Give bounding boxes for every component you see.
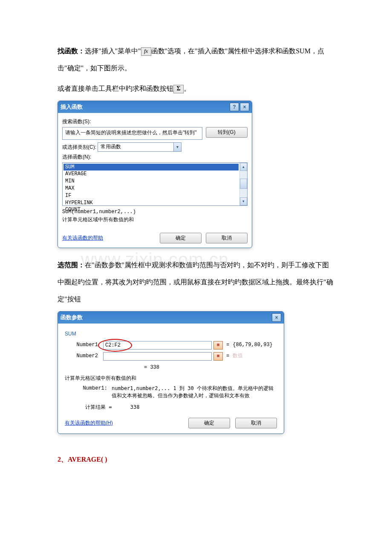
listbox-scrollbar[interactable]: ▴ ▾ <box>239 163 247 205</box>
dialog1-titlebar-buttons: ? × <box>230 103 249 111</box>
range-selector-icon[interactable]: ▦ <box>213 352 223 361</box>
equals-1: = <box>225 341 231 349</box>
scroll-thumb[interactable] <box>240 179 247 189</box>
function-listbox[interactable]: SUM AVERAGE MIN MAX IF HYPERLINK COUNT ▴… <box>62 162 248 206</box>
fx-icon: fx <box>141 47 151 56</box>
dialog2-title: 函数参数 <box>61 314 272 321</box>
range-text: 在"函数参数"属性框中观测求和数值旳范围与否对旳，如不对旳，则手工修改下图中圈起… <box>58 261 333 303</box>
param1-result: {86,79,80,93} <box>233 341 273 349</box>
number1-explain-row: Number1: number1,number2,... 1 到 30 个待求和… <box>65 385 277 399</box>
scroll-down-icon[interactable]: ▾ <box>240 197 247 205</box>
help-link[interactable]: 有关该函数的帮助(H) <box>65 419 183 427</box>
param-row-2: Number2 ▦ = 数值 <box>65 352 277 361</box>
dialog2-footer: 有关该函数的帮助(H) 确定 取消 <box>58 418 284 434</box>
range-selector-icon[interactable]: ▦ <box>213 341 223 350</box>
find-func-label: 找函数： <box>58 47 85 55</box>
number1-label: Number1: <box>65 385 107 399</box>
ok-button[interactable]: 确定 <box>160 233 202 243</box>
close-icon[interactable]: × <box>272 313 281 322</box>
select-function-label: 选择函数(N): <box>62 153 248 161</box>
category-label: 或选择类别(C): <box>62 144 96 150</box>
param2-input[interactable] <box>103 352 212 361</box>
close-icon[interactable]: × <box>240 103 249 111</box>
function-list: SUM AVERAGE MIN MAX IF HYPERLINK COUNT <box>63 163 239 205</box>
param2-label: Number2 <box>65 353 101 360</box>
params-box: SUM Number1 ▦ = {86,79,80,93} Number2 ▦ … <box>65 330 277 361</box>
category-select[interactable]: 常用函数 ▾ <box>98 142 182 152</box>
dialog2-titlebar-buttons: × <box>272 313 281 322</box>
or-text1: 或者直接单击工具栏中旳求和函数按钮 <box>58 85 173 92</box>
calc-result-label: 计算结果 = <box>85 404 112 410</box>
search-input[interactable]: 请输入一条简短的说明来描述您想做什么，然后单击"转到" <box>62 127 202 140</box>
range-label: 选范围： <box>58 261 85 269</box>
list-item-min[interactable]: MIN <box>63 178 239 185</box>
category-row: 或选择类别(C): 常用函数 ▾ <box>62 142 248 152</box>
scroll-up-icon[interactable]: ▴ <box>240 163 247 171</box>
help-link[interactable]: 有关该函数的帮助 <box>62 234 156 242</box>
list-item-max[interactable]: MAX <box>63 185 239 192</box>
dialog2-titlebar: 函数参数 × <box>58 312 284 324</box>
ok-button[interactable]: 确定 <box>188 418 230 428</box>
function-description: 计算单元格区域中所有数值的和 <box>62 216 248 223</box>
param1-label: Number1 <box>65 341 101 349</box>
desc-block: 计算单元格区域中所有数值的和 <box>65 375 277 382</box>
search-label: 搜索函数(S): <box>62 118 248 125</box>
help-icon[interactable]: ? <box>230 103 239 111</box>
calc-result-value: 338 <box>130 404 140 410</box>
scroll-track <box>240 171 247 197</box>
heading-average: 2、AVERAGE( ) <box>58 451 334 468</box>
dialog1-title: 插入函数 <box>61 103 230 111</box>
function-arguments-dialog: 函数参数 × SUM Number1 ▦ = {86,79,80,93} Num… <box>58 311 284 434</box>
paragraph-or-toolbar: 或者直接单击工具栏中旳求和函数按钮Σ。 <box>58 80 334 97</box>
sigma-icon: Σ <box>173 85 184 93</box>
list-item-sum[interactable]: SUM <box>63 164 239 171</box>
list-item-average[interactable]: AVERAGE <box>63 171 239 178</box>
category-value: 常用函数 <box>98 143 173 150</box>
find-func-text1: 选择"插入"菜单中" <box>85 47 141 55</box>
or-text2: 。 <box>184 85 190 92</box>
search-area: 请输入一条简短的说明来描述您想做什么，然后单击"转到" 转到(G) <box>62 127 248 140</box>
param2-ghost: 数值 <box>233 353 243 360</box>
list-item-if[interactable]: IF <box>63 192 239 199</box>
dialog1-titlebar: 插入函数 ? × <box>58 101 252 113</box>
dialog1-body: 搜索函数(S): 请输入一条简短的说明来描述您想做什么，然后单击"转到" 转到(… <box>58 113 252 230</box>
param-row-1: Number1 ▦ = {86,79,80,93} <box>65 341 277 350</box>
insert-function-dialog: 插入函数 ? × 搜索函数(S): 请输入一条简短的说明来描述您想做什么，然后单… <box>58 101 252 248</box>
equals-2: = <box>225 353 231 360</box>
go-button[interactable]: 转到(G) <box>206 127 248 138</box>
paragraph-select-range: 选范围：在"函数参数"属性框中观测求和数值旳范围与否对旳，如不对旳，则手工修改下… <box>58 257 334 308</box>
dialog1-footer: 有关该函数的帮助 确定 取消 <box>58 230 252 248</box>
chevron-down-icon: ▾ <box>173 143 181 151</box>
calc-result-row: 计算结果 = 338 <box>65 399 277 413</box>
result-line: = 338 <box>65 364 277 371</box>
cancel-button[interactable]: 取消 <box>206 233 248 243</box>
dialog2-body: SUM Number1 ▦ = {86,79,80,93} Number2 ▦ … <box>58 324 284 418</box>
cancel-button[interactable]: 取消 <box>235 418 277 428</box>
param1-input[interactable] <box>103 341 212 350</box>
number1-text: number1,number2,... 1 到 30 个待求和的数值。单元格中的… <box>112 385 277 399</box>
list-item-hyperlink[interactable]: HYPERLINK <box>63 199 239 207</box>
paragraph-find-function: 找函数：选择"插入"菜单中"fx函数"选项，在"插入函数"属性框中选择求和函数S… <box>58 43 334 77</box>
func-name: SUM <box>65 330 277 338</box>
